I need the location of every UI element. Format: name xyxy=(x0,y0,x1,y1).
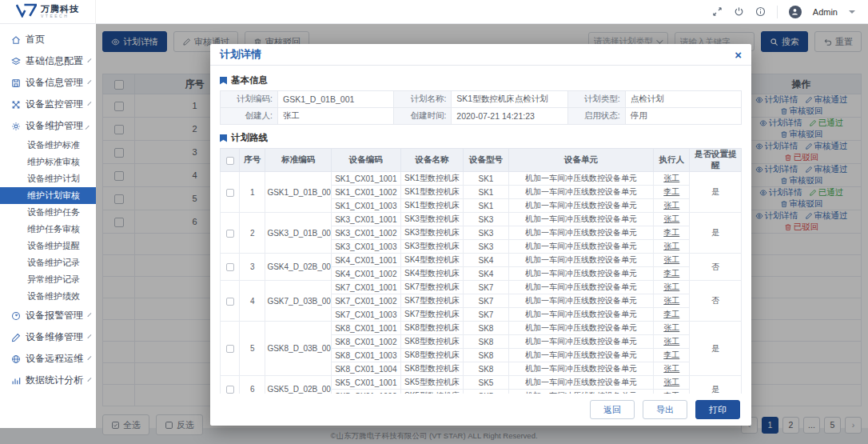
sidebar-item-device-remote-ops[interactable]: 设备远程运维 xyxy=(0,348,96,370)
device-unit: 机加一车间冲压线数控设备单元 xyxy=(508,349,653,362)
device-code: SK8_CX01_1004 xyxy=(332,362,401,376)
export-button[interactable]: 导出 xyxy=(643,400,687,419)
sidebar-subitem-9[interactable]: 设备维护绩效 xyxy=(0,288,96,305)
device-name: SK3型数控机床 xyxy=(400,240,464,254)
device-executor[interactable]: 张工 xyxy=(654,240,690,254)
sidebar-subitem-5[interactable]: 维护任务审核 xyxy=(0,221,96,238)
sidebar-item-home[interactable]: 首页 xyxy=(0,29,96,50)
brand-subtitle: VTEECH xyxy=(41,14,79,18)
device-name: SK7型数控机床 xyxy=(400,281,464,294)
brand-logo: 万腾科技 VTEECH xyxy=(0,0,96,24)
sidebar-item-device-monitor-mgmt[interactable]: 设备监控管理 xyxy=(0,94,96,115)
device-executor[interactable]: 李工 xyxy=(654,226,690,240)
sidebar-subitem-4[interactable]: 设备维护任务 xyxy=(0,204,96,221)
avatar[interactable] xyxy=(789,6,802,18)
device-name: SK8型数控机床 xyxy=(400,322,464,335)
sidebar-subitem-8[interactable]: 异常维护记录 xyxy=(0,271,96,288)
close-icon[interactable]: × xyxy=(735,49,742,61)
device-executor[interactable]: 张工 xyxy=(654,199,690,213)
power-icon[interactable] xyxy=(734,6,744,17)
route-row-checkbox[interactable] xyxy=(226,386,234,394)
device-executor[interactable]: 李工 xyxy=(654,186,690,199)
sidebar-item-label: 首页 xyxy=(26,33,90,46)
user-menu-caret-icon[interactable] xyxy=(849,10,855,14)
device-code: SK8_CX01_1003 xyxy=(332,349,401,362)
sidebar-item-device-maintain-mgmt[interactable]: 设备维护管理 xyxy=(0,115,96,137)
device-name: SK7型数控机床 xyxy=(400,294,464,308)
basic-info-section-title: 基本信息 xyxy=(220,74,742,86)
device-executor[interactable]: 李工 xyxy=(654,267,690,281)
info-label: 启用状态: xyxy=(567,108,625,125)
device-unit: 机加一车间冲压线数控设备单元 xyxy=(508,226,653,240)
device-model: SK8 xyxy=(464,362,508,376)
route-seq: 3 xyxy=(240,254,265,281)
plan-detail-modal: 计划详情 × 基本信息 计划编码:GSK1_D_01B_001计划名称:SK1型… xyxy=(210,44,751,426)
sidebar-subitem-3-active[interactable]: 维护计划审核 xyxy=(0,187,96,204)
route-std-code: GSK5_D_02B_002 xyxy=(265,376,332,394)
device-executor[interactable]: 张工 xyxy=(654,376,690,390)
sidebar-subitem-1[interactable]: 维护标准审核 xyxy=(0,154,96,170)
sidebar-item-device-info-mgmt[interactable]: 设备信息管理 xyxy=(0,72,96,94)
device-executor[interactable]: 李工 xyxy=(654,308,690,322)
basic-info-table: 计划编码:GSK1_D_01B_001计划名称:SK1型数控机床点检计划计划类型… xyxy=(220,90,742,125)
sidebar-item-device-repair-mgmt[interactable]: 设备维修管理 xyxy=(0,326,96,348)
device-unit: 机加一车间冲压线数控设备单元 xyxy=(508,267,653,281)
sidebar-item-label: 设备监控管理 xyxy=(26,98,83,111)
chevron-down-icon xyxy=(87,313,91,317)
chevron-up-icon xyxy=(86,125,90,129)
device-code: SK1_CX01_1002 xyxy=(332,186,401,199)
route-header-cell: 是否设置提醒 xyxy=(690,149,742,172)
device-executor[interactable]: 张工 xyxy=(654,281,690,294)
sidebar-subitem-2[interactable]: 设备维护计划 xyxy=(0,170,96,187)
route-std-code: GSK1_D_01B_001 xyxy=(265,172,332,213)
route-seq: 4 xyxy=(240,281,265,322)
route-row: 4GSK7_D_03B_001SK7_CX01_1001SK7型数控机床SK7机… xyxy=(221,281,742,294)
route-section-title: 计划路线 xyxy=(220,132,742,144)
device-code: SK1_CX01_1003 xyxy=(332,199,401,213)
device-executor[interactable]: 张工 xyxy=(654,213,690,226)
back-button[interactable]: 返回 xyxy=(590,400,635,419)
print-button[interactable]: 打印 xyxy=(695,400,740,419)
user-name[interactable]: Admin xyxy=(813,7,838,17)
brand-name: 万腾科技 xyxy=(41,5,79,14)
sidebar-item-label: 设备信息管理 xyxy=(26,76,83,90)
device-executor[interactable]: 李工 xyxy=(654,349,690,362)
route-select-all-checkbox[interactable] xyxy=(226,157,234,165)
device-model: SK7 xyxy=(464,281,508,294)
route-table: 序号标准编码设备编码设备名称设备型号设备单元执行人是否设置提醒 1GSK1_D_… xyxy=(220,148,742,394)
header-divider xyxy=(777,6,778,18)
sidebar-item-base-info-config[interactable]: 基础信息配置 xyxy=(0,50,96,72)
route-row-checkbox[interactable] xyxy=(226,298,234,306)
route-header-cell: 设备单元 xyxy=(508,149,653,172)
route-row: 2GSK3_D_01B_003SK3_CX01_1001SK3型数控机床SK3机… xyxy=(221,213,742,226)
route-row-checkbox[interactable] xyxy=(226,230,234,238)
device-name: SK1型数控机床 xyxy=(400,199,464,213)
sidebar-item-label: 设备报警管理 xyxy=(26,309,83,322)
info-icon[interactable] xyxy=(755,6,766,17)
fullscreen-icon[interactable] xyxy=(712,6,723,17)
device-executor[interactable]: 张工 xyxy=(654,294,690,308)
sidebar-subitem-0[interactable]: 设备维护标准 xyxy=(0,137,96,154)
top-header: 万腾科技 VTEECH Admin xyxy=(0,0,868,24)
sidebar-subitem-6[interactable]: 设备维护提醒 xyxy=(0,238,96,254)
device-code: SK3_CX01_1001 xyxy=(332,213,401,226)
route-std-code: GSK3_D_01B_003 xyxy=(265,213,332,254)
device-executor[interactable]: 张工 xyxy=(654,362,690,376)
device-executor[interactable]: 张工 xyxy=(654,254,690,267)
sidebar-item-device-alarm-mgmt[interactable]: 设备报警管理 xyxy=(0,305,96,326)
layers-icon xyxy=(11,57,21,66)
modal-title: 计划详情 xyxy=(220,47,261,62)
route-reminder: 是 xyxy=(690,322,742,376)
device-executor[interactable]: 张工 xyxy=(654,172,690,186)
sidebar-subitem-7[interactable]: 设备维护记录 xyxy=(0,254,96,271)
device-executor[interactable]: 张工 xyxy=(654,335,690,349)
route-header-checkbox xyxy=(221,149,240,172)
info-value: 停用 xyxy=(625,108,741,125)
device-executor[interactable]: 张工 xyxy=(654,322,690,335)
route-row-checkbox[interactable] xyxy=(226,345,234,353)
route-row-checkbox[interactable] xyxy=(226,189,234,197)
route-row: 6GSK5_D_02B_002SK5_CX01_1001SK5型数控机床SK5机… xyxy=(221,376,742,390)
route-row-checkbox[interactable] xyxy=(226,263,234,271)
route-seq: 6 xyxy=(240,376,265,394)
sidebar-item-data-statistics[interactable]: 数据统计分析 xyxy=(0,370,96,391)
